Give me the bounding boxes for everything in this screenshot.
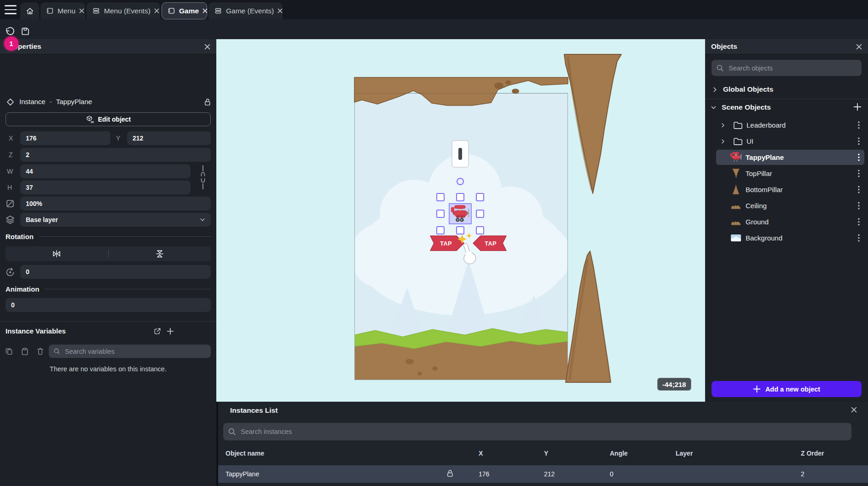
object-item-background[interactable]: Background	[716, 230, 864, 246]
instruction-card-sprite[interactable]	[452, 141, 469, 167]
column-header-z-order[interactable]: Z Order	[801, 450, 824, 457]
tap-sign-right[interactable]: TAP	[473, 236, 506, 251]
tap-label: TAP	[485, 240, 497, 247]
z-label: Z	[9, 151, 13, 158]
kebab-menu-icon[interactable]	[853, 121, 864, 129]
column-header-angle[interactable]: Angle	[610, 450, 628, 457]
tap-sign-left[interactable]: TAP	[430, 236, 464, 251]
selection-handle[interactable]	[457, 193, 464, 201]
instances-search-input[interactable]	[240, 427, 847, 436]
bottom-pillar-sprite[interactable]	[566, 251, 611, 382]
scene-objects-row[interactable]: Scene Objects	[711, 100, 771, 114]
kebab-menu-icon[interactable]	[853, 170, 864, 177]
selection-handle[interactable]	[476, 210, 484, 217]
link-line	[203, 183, 203, 189]
h-input[interactable]	[20, 181, 191, 194]
animation-input[interactable]	[6, 298, 211, 312]
instance-lock-icon[interactable]	[446, 469, 454, 480]
add-variable-button[interactable]	[165, 326, 176, 337]
objects-search[interactable]	[712, 60, 862, 76]
plus-icon	[753, 385, 761, 393]
object-item-leaderboard[interactable]: Leaderboard	[716, 117, 864, 133]
variables-search[interactable]	[49, 345, 211, 358]
column-header-layer[interactable]: Layer	[676, 450, 693, 457]
tab-close-icon[interactable]	[278, 8, 283, 13]
objects-close-button[interactable]	[856, 44, 862, 50]
object-item-toppillar[interactable]: TopPillar	[716, 166, 864, 181]
kebab-menu-icon[interactable]	[853, 218, 864, 226]
instances-search[interactable]	[223, 423, 851, 440]
instances-close-button[interactable]	[851, 407, 857, 413]
x-input[interactable]	[20, 131, 110, 145]
paste-icon	[20, 347, 29, 356]
tab-close-icon[interactable]	[79, 8, 84, 13]
object-item-ui[interactable]: UI	[716, 134, 864, 149]
column-header-y[interactable]: Y	[544, 450, 548, 457]
add-object-folder-button[interactable]	[851, 101, 863, 113]
rotation-input[interactable]	[20, 265, 211, 279]
instance-type-label: Instance	[19, 98, 46, 105]
w-input[interactable]	[20, 164, 191, 178]
tab-game-scene[interactable]: Game	[162, 2, 207, 19]
tab-game-events[interactable]: Game (Events)	[208, 2, 283, 19]
flip-vertical-button[interactable]	[109, 246, 211, 261]
copy-variable-button[interactable]	[3, 345, 15, 357]
kebab-menu-icon[interactable]	[853, 186, 864, 193]
selection-handle[interactable]	[437, 227, 444, 234]
object-item-ceiling[interactable]: Ceiling	[716, 198, 864, 213]
selection-handle[interactable]	[437, 193, 444, 201]
column-header-object-name[interactable]: Object name	[226, 450, 264, 457]
chevron-right-icon[interactable]	[716, 139, 730, 144]
animation-title: Animation	[6, 285, 39, 293]
y-input[interactable]	[127, 131, 211, 145]
open-variables-editor-button[interactable]	[152, 326, 163, 337]
paste-variable-button[interactable]	[18, 345, 30, 357]
edit-object-button[interactable]: 2D Edit object	[6, 112, 211, 126]
object-item-ground[interactable]: Ground	[716, 214, 864, 229]
rotation-handle[interactable]	[457, 178, 463, 185]
tab-menu-events[interactable]: Menu (Events)	[87, 2, 160, 19]
selection-handle[interactable]	[476, 227, 484, 234]
delete-variable-button[interactable]	[34, 345, 46, 357]
object-item-tappyplane[interactable]: TappyPlane	[716, 150, 864, 165]
kebab-menu-icon[interactable]	[853, 137, 864, 145]
object-item-label: TopPillar	[746, 170, 772, 177]
selection-handle[interactable]	[437, 210, 444, 217]
global-objects-row[interactable]: Global Objects	[712, 82, 773, 96]
project-history-button[interactable]	[4, 26, 16, 38]
top-pillar-sprite[interactable]	[564, 54, 621, 193]
main-menu-icon[interactable]	[5, 5, 17, 14]
variables-search-input[interactable]	[64, 347, 206, 356]
kebab-menu-icon[interactable]	[853, 234, 864, 242]
flip-horizontal-button[interactable]	[6, 246, 108, 261]
gdevelop-editor-window: Menu Menu (Events) Game Game (Events) 1	[0, 0, 868, 486]
add-new-object-button[interactable]: Add a new object	[712, 381, 862, 397]
instance-table-row[interactable]: TappyPlane 176 212 0 2	[218, 465, 868, 483]
layer-select[interactable]: Base layer	[20, 213, 211, 227]
selection-handle[interactable]	[457, 227, 464, 234]
notification-badge[interactable]: 1	[4, 36, 18, 51]
kebab-menu-icon[interactable]	[853, 153, 864, 161]
kebab-menu-icon[interactable]	[853, 202, 864, 210]
plane-sprite[interactable]	[449, 204, 471, 224]
link-width-height-control[interactable]	[198, 165, 208, 189]
selection-handle[interactable]	[476, 193, 484, 201]
opacity-input[interactable]	[20, 197, 211, 211]
column-header-x[interactable]: X	[479, 450, 483, 457]
z-input[interactable]	[20, 148, 211, 162]
instance-row-z-order: 2	[801, 470, 804, 478]
chevron-right-icon[interactable]	[716, 123, 730, 128]
save-project-button[interactable]	[19, 25, 31, 37]
lock-instance-button[interactable]	[202, 96, 213, 107]
instance-row-angle: 0	[610, 470, 613, 478]
tab-close-icon[interactable]	[203, 8, 208, 13]
tab-close-icon[interactable]	[154, 8, 159, 13]
properties-close-button[interactable]	[204, 44, 210, 50]
scene-editor-canvas[interactable]: TAP TAP -44;218	[216, 39, 705, 402]
objects-search-input[interactable]	[728, 64, 857, 72]
tab-menu-scene[interactable]: Menu	[41, 2, 85, 19]
ground-sprite[interactable]	[354, 328, 568, 380]
object-item-bottompillar[interactable]: BottomPillar	[716, 182, 864, 197]
tab-home[interactable]	[20, 2, 39, 19]
instance-header: Instance - TappyPlane	[19, 98, 92, 105]
